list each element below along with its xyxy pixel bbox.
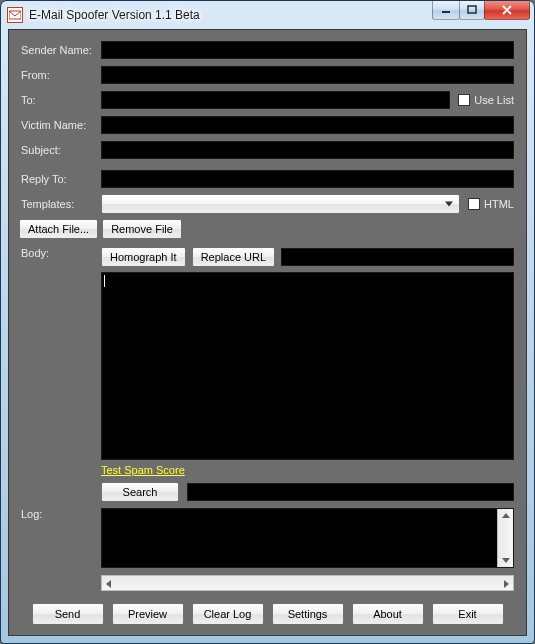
label-victim-name: Victim Name: <box>21 119 101 131</box>
label-sender-name: Sender Name: <box>21 44 101 56</box>
homograph-it-button[interactable]: Homograph It <box>101 247 186 267</box>
label-to: To: <box>21 94 101 106</box>
replace-url-input[interactable] <box>281 248 514 266</box>
svg-rect-1 <box>468 6 476 13</box>
replace-url-button[interactable]: Replace URL <box>192 247 275 267</box>
window-title: E-Mail Spoofer Version 1.1 Beta <box>29 8 200 22</box>
log-scrollbar-horizontal[interactable] <box>101 575 514 591</box>
search-button[interactable]: Search <box>101 482 179 502</box>
sender-name-input[interactable] <box>101 41 514 59</box>
exit-button[interactable]: Exit <box>432 603 504 625</box>
body-textarea[interactable] <box>101 272 514 460</box>
bottom-button-row: Send Preview Clear Log Settings About Ex… <box>21 599 514 625</box>
log-scrollbar-vertical[interactable] <box>497 509 513 567</box>
settings-button[interactable]: Settings <box>272 603 344 625</box>
title-bar[interactable]: E-Mail Spoofer Version 1.1 Beta <box>1 1 534 29</box>
attach-file-button[interactable]: Attach File... <box>19 219 98 239</box>
label-html: HTML <box>484 198 514 210</box>
to-input[interactable] <box>101 91 450 109</box>
label-use-list: Use List <box>474 94 514 106</box>
close-button[interactable] <box>484 1 530 20</box>
minimize-button[interactable] <box>432 1 460 20</box>
window-controls <box>433 1 530 20</box>
test-spam-score-link[interactable]: Test Spam Score <box>101 464 185 476</box>
about-button[interactable]: About <box>352 603 424 625</box>
log-textarea[interactable] <box>101 508 514 568</box>
preview-button[interactable]: Preview <box>112 603 184 625</box>
app-icon <box>7 7 23 23</box>
html-checkbox[interactable] <box>468 198 480 210</box>
app-window: E-Mail Spoofer Version 1.1 Beta Sender N… <box>0 0 535 644</box>
label-reply-to: Reply To: <box>21 173 101 185</box>
label-log: Log: <box>21 508 101 520</box>
search-input[interactable] <box>187 483 514 501</box>
text-cursor <box>104 275 105 287</box>
svg-rect-0 <box>442 11 450 13</box>
client-area: Sender Name: From: To: Use List Victim N… <box>8 29 527 636</box>
remove-file-button[interactable]: Remove File <box>102 219 182 239</box>
templates-combobox[interactable] <box>101 194 460 214</box>
reply-to-input[interactable] <box>101 170 514 188</box>
victim-name-input[interactable] <box>101 116 514 134</box>
clear-log-button[interactable]: Clear Log <box>192 603 264 625</box>
subject-input[interactable] <box>101 141 514 159</box>
send-button[interactable]: Send <box>32 603 104 625</box>
use-list-checkbox[interactable] <box>458 94 470 106</box>
from-input[interactable] <box>101 66 514 84</box>
label-body: Body: <box>21 247 101 259</box>
label-subject: Subject: <box>21 144 101 156</box>
maximize-button[interactable] <box>459 1 485 20</box>
label-from: From: <box>21 69 101 81</box>
label-templates: Templates: <box>21 198 101 210</box>
